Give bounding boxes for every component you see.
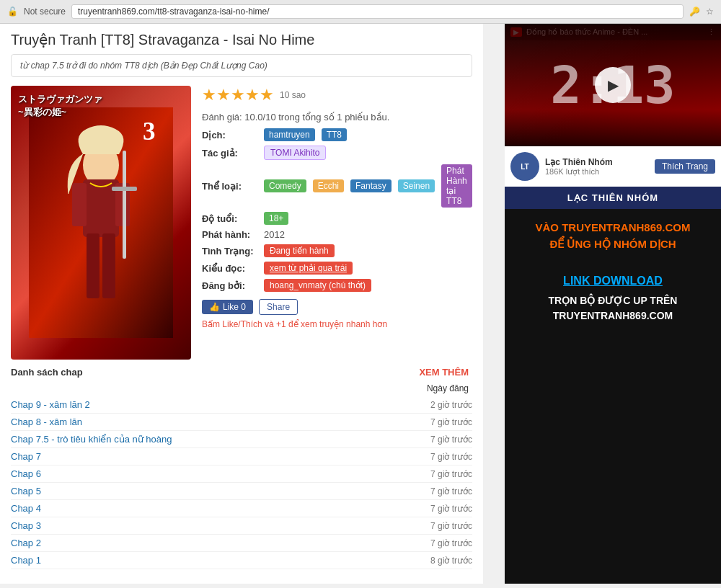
chapter-item: Chap 9 - xâm lăn 2 2 giờ trước	[11, 396, 472, 414]
chapter-date: 7 giờ trước	[430, 504, 472, 514]
chapter-date: 2 giờ trước	[430, 400, 472, 410]
fb-avatar: LT	[510, 152, 539, 181]
chapter-item: Chap 7.5 - trò tiêu khiển của nữ hoàng 7…	[11, 431, 472, 448]
like-note: Bấm Like/Thích và +1 để xem truyện nhanh…	[202, 319, 474, 329]
chapter-link[interactable]: Chap 5	[11, 486, 41, 496]
chapter-link[interactable]: Chap 8 - xâm lăn	[11, 416, 82, 427]
tac-gia-label: Tác giả:	[202, 148, 260, 159]
left-column: Truyện Tranh [TT8] Stravaganza - Isai No…	[0, 24, 505, 584]
video-thumbnail[interactable]: ▶ Đồng hồ báo thức Anime - ĐÈN ... ⋮ 2:1…	[505, 24, 721, 146]
the-loai-label: Thể loại:	[202, 181, 260, 192]
main-content: Truyện Tranh [TT8] Stravaganza - Isai No…	[0, 24, 483, 584]
fb-like-page-button[interactable]: Thích Trang	[655, 159, 715, 174]
genre-tag-seinen[interactable]: Seinen	[398, 179, 435, 192]
chapter-item: Chap 3 7 giờ trước	[11, 517, 472, 535]
notice-box: từ chap 7.5 trở đi do nhóm TT8 dịch (Bản…	[11, 54, 472, 77]
chapter-list-title: Danh sách chap	[11, 367, 83, 378]
star-icon: ☆	[706, 6, 714, 17]
star-rating: ★★★★★	[202, 86, 274, 104]
chapter-item: Chap 8 - xâm lăn 7 giờ trước	[11, 414, 472, 431]
manga-info: ★★★★★ 10 sao Đánh giá: 10.0/10 trong tổn…	[202, 86, 474, 360]
genre-tag-fantasy[interactable]: Fantasy	[350, 179, 392, 192]
fb-like-label: Like 0	[223, 302, 246, 312]
fb-box-bottom-text: LẠC THIÊN NHÓM	[567, 192, 658, 203]
fb-share-button[interactable]: Share	[259, 299, 298, 315]
dang-boi-row: Đăng bởi: hoang_vnmaty (chú thớt)	[202, 279, 474, 292]
security-label: Not secure	[24, 6, 66, 17]
see-more-link[interactable]: XEM THÊM	[419, 367, 469, 378]
promo-line4: TRUYENTRANH869.COM	[512, 308, 714, 324]
dich-row: Dịch: hamtruyen TT8	[202, 128, 474, 141]
fb-page-name: Lạc Thiên Nhóm	[545, 157, 613, 167]
svg-rect-3	[72, 183, 87, 226]
browser-url-bar[interactable]: truyentranh869.com/tt8-stravaganza-isai-…	[71, 4, 684, 19]
chapter-date: 7 giờ trước	[430, 521, 472, 531]
svg-rect-8	[112, 187, 137, 191]
cover-title-jp: ストラヴァガンツァ~異彩の姫~	[18, 93, 102, 119]
chapter-item: Chap 6 7 giờ trước	[11, 466, 472, 483]
promo-text: VÀO TRUYENTRANH869.COM ĐỂ ỦNG HỘ NHÓM DỊ…	[505, 209, 721, 334]
read-direction-tag[interactable]: xem từ phải qua trái	[264, 262, 353, 275]
chapter-link[interactable]: Chap 6	[11, 468, 41, 479]
chapter-date: 8 giờ trước	[430, 556, 472, 566]
chapter-item: Chap 5 7 giờ trước	[11, 483, 472, 500]
promo-line2: ĐỂ ỦNG HỘ NHÓM DỊCH	[512, 236, 714, 253]
dang-boi-label: Đăng bởi:	[202, 280, 260, 291]
chapter-link[interactable]: Chap 3	[11, 520, 41, 531]
posted-by-tag: hoang_vnmaty (chú thớt)	[264, 279, 371, 292]
chapter-date: 7 giờ trước	[430, 452, 472, 462]
star-count: 10 sao	[280, 90, 306, 100]
dich-tag-1[interactable]: hamtruyen	[264, 128, 315, 141]
stars-row: ★★★★★ 10 sao	[202, 86, 474, 104]
svg-text:3: 3	[143, 117, 156, 146]
phat-hanh-value: 2012	[264, 229, 285, 240]
main-layout: Truyện Tranh [TT8] Stravaganza - Isai No…	[0, 24, 721, 584]
right-column: ▶ Đồng hồ báo thức Anime - ĐÈN ... ⋮ 2:1…	[505, 24, 721, 584]
status-tag: Đang tiến hành	[264, 244, 335, 257]
chapter-item: Chap 7 7 giờ trước	[11, 448, 472, 466]
kieu-doc-row: Kiểu đọc: xem từ phải qua trái	[202, 262, 474, 275]
chapter-item: Chap 4 7 giờ trước	[11, 500, 472, 517]
rating-text: Đánh giá: 10.0/10 trong tổng số 1 phiếu …	[202, 112, 474, 122]
phat-hanh-label: Phát hành:	[202, 229, 260, 240]
manga-cover: ストラヴァガンツァ~異彩の姫~	[11, 86, 191, 360]
the-loai-row: Thể loại: Comedy Ecchi Fantasy Seinen Ph…	[202, 164, 474, 208]
author-tag[interactable]: TOMI Akihito	[264, 146, 326, 160]
genre-tag-tt8[interactable]: Phát Hành tại TT8	[441, 164, 472, 208]
tinh-trang-row: Tình Trạng: Đang tiến hành	[202, 244, 474, 257]
genre-tag-comedy[interactable]: Comedy	[264, 179, 306, 192]
chapter-list-header: Danh sách chap XEM THÊM	[11, 367, 472, 378]
fb-like-area: 👍 Like 0 Share	[202, 299, 474, 315]
chapter-link[interactable]: Chap 1	[11, 555, 41, 566]
fb-box-bottom: LẠC THIÊN NHÓM	[505, 187, 721, 209]
fb-page-likes: 186K lượt thích	[545, 167, 613, 177]
tac-gia-row: Tác giả: TOMI Akihito	[202, 146, 474, 160]
fb-page-box: LT Lạc Thiên Nhóm 186K lượt thích Thích …	[505, 146, 721, 187]
cover-art: 3	[29, 107, 173, 338]
genre-tag-ecchi[interactable]: Ecchi	[313, 179, 344, 192]
do-tuoi-row: Độ tuổi: 18+	[202, 212, 474, 225]
fb-like-button[interactable]: 👍 Like 0	[202, 300, 253, 314]
chapter-item: Chap 2 7 giờ trước	[11, 535, 472, 552]
chapter-link[interactable]: Chap 7.5 - trò tiêu khiển của nữ hoàng	[11, 434, 172, 445]
chapter-link[interactable]: Chap 4	[11, 503, 41, 514]
chapter-link[interactable]: Chap 2	[11, 538, 41, 548]
page-title: Truyện Tranh [TT8] Stravaganza - Isai No…	[11, 31, 472, 48]
promo-line1: VÀO TRUYENTRANH869.COM	[512, 220, 714, 236]
chapter-item: Chap 1 8 giờ trước	[11, 552, 472, 569]
dich-tag-2[interactable]: TT8	[322, 128, 347, 141]
chapter-link[interactable]: Chap 7	[11, 451, 41, 462]
fb-page-info: Lạc Thiên Nhóm 186K lượt thích	[545, 157, 613, 177]
link-download[interactable]: LINK DOWNLOAD	[512, 272, 714, 290]
chapter-date: 7 giờ trước	[430, 435, 472, 445]
chapter-list: Chap 9 - xâm lăn 2 2 giờ trước Chap 8 - …	[11, 396, 472, 569]
svg-rect-7	[123, 151, 126, 259]
play-button[interactable]: ▶	[595, 67, 631, 103]
tinh-trang-label: Tình Trạng:	[202, 246, 260, 257]
chapter-date-header: Ngày đăng	[11, 383, 472, 393]
lock-icon: 🔓	[7, 6, 18, 17]
content-area: ストラヴァガンツァ~異彩の姫~	[11, 86, 472, 360]
fb-icon: 👍	[209, 302, 220, 312]
key-icon: 🔑	[689, 6, 700, 17]
chapter-link[interactable]: Chap 9 - xâm lăn 2	[11, 399, 90, 410]
